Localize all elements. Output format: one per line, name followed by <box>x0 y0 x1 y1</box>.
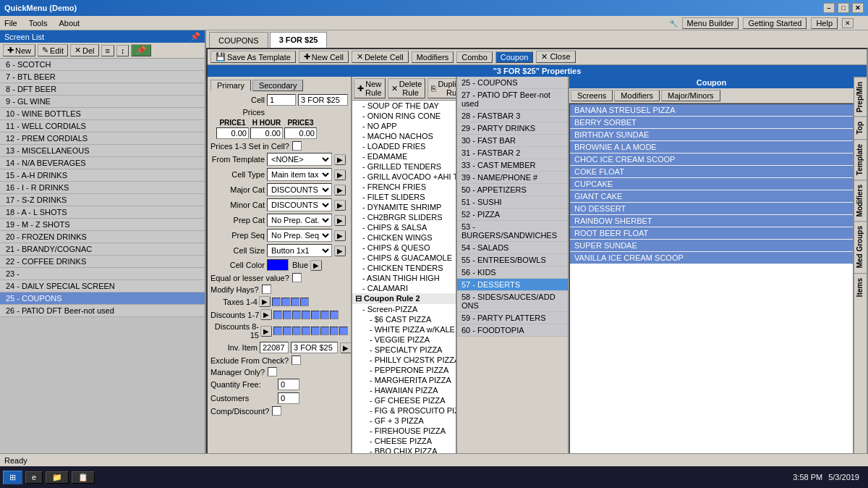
tree-item[interactable]: - FIG & PROSCUITO PIZZA <box>352 405 456 416</box>
coupon-item[interactable]: CHOC ICE CREAM SCOOP <box>570 153 853 166</box>
minimize-button[interactable]: – <box>823 3 835 13</box>
new-rule-button[interactable]: ✚ New Rule <box>354 78 386 98</box>
prep-seq-go-button[interactable]: ▶ <box>334 230 346 241</box>
tab-primary[interactable]: Primary <box>210 80 251 91</box>
category-item[interactable]: 39 - NAME/PHONE # <box>457 172 568 184</box>
coupon-button[interactable]: Coupon <box>495 51 534 63</box>
sidebar-item[interactable]: 15 - A-H DRINKS <box>0 169 205 182</box>
category-item[interactable]: 27 - PATIO DFT Beer-not used <box>457 89 568 110</box>
disc815-check-8[interactable] <box>339 327 348 335</box>
hhour-input[interactable] <box>250 127 283 139</box>
inv-item-go-button[interactable]: ▶ <box>340 342 352 353</box>
price1-input[interactable] <box>216 127 249 139</box>
cell-size-select[interactable]: Button 1x1 <box>267 244 332 257</box>
sidebar-item[interactable]: 23 - <box>0 268 205 280</box>
side-tab-top[interactable]: Top <box>854 117 867 139</box>
coupon-item[interactable]: BANANA STREUSEL PIZZA <box>570 104 853 117</box>
menu-about[interactable]: About <box>59 19 80 28</box>
cell-color-go-button[interactable]: ▶ <box>310 260 322 271</box>
tree-item[interactable]: - CHIPS & GUACAMOLE <box>352 253 456 263</box>
tree-item[interactable]: - SOUP OF THE DAY <box>352 101 456 111</box>
tax-check-2[interactable] <box>281 298 290 306</box>
tax-check-4[interactable] <box>300 298 309 306</box>
exclude-check-checkbox[interactable] <box>292 356 301 365</box>
disc17-check-6[interactable] <box>320 311 329 319</box>
coupon-item[interactable]: BERRY SORBET <box>570 117 853 129</box>
tree-group-header[interactable]: ⊟ Coupon Rule 2 <box>352 293 456 304</box>
coupon-item[interactable]: SUPER SUNDAE <box>570 240 853 252</box>
tree-item[interactable]: - MARGHERITA PIZZA <box>352 375 456 385</box>
tree-item[interactable]: - PEPPERONE PIZZA <box>352 365 456 375</box>
category-item[interactable]: 56 - KIDS <box>457 266 568 279</box>
disc17-check-1[interactable] <box>273 311 282 319</box>
tree-item[interactable]: - ONION RING CONE <box>352 111 456 121</box>
category-item[interactable]: 55 - ENTREES/BOWLS <box>457 254 568 266</box>
from-template-select[interactable]: <NONE> <box>267 153 332 166</box>
sidebar-item[interactable]: 11 - WELL CORDIALS <box>0 120 205 132</box>
menu-builder-button[interactable]: Menu Builder <box>682 17 739 29</box>
coupon-item[interactable]: BROWNIE A LA MODE <box>570 141 853 153</box>
disc815-check-2[interactable] <box>283 327 292 335</box>
disc815-check-3[interactable] <box>292 327 301 335</box>
tree-item[interactable]: - CHIPS & SALSA <box>352 222 456 232</box>
tree-item[interactable]: - VEGGIE PIZZA <box>352 335 456 345</box>
duplicate-rule-button[interactable]: ⎘ Duplicate Rule <box>427 78 457 98</box>
list-view-button[interactable]: ≡ <box>101 45 114 56</box>
customers-input[interactable] <box>278 392 299 404</box>
tree-item[interactable]: - MACHO NACHOS <box>352 131 456 141</box>
menu-file[interactable]: File <box>4 19 17 28</box>
sidebar-item[interactable]: 16 - I - R DRINKS <box>0 182 205 194</box>
coupon-item[interactable]: RAINBOW SHERBET <box>570 215 853 227</box>
sidebar-item[interactable]: 9 - GL WINE <box>0 96 205 108</box>
side-tab-modifiers[interactable]: Modifiers <box>854 180 867 221</box>
discounts815-go-button[interactable]: ▶ <box>260 326 272 337</box>
disc815-check-4[interactable] <box>302 327 310 335</box>
modify-hays-checkbox[interactable] <box>262 285 271 294</box>
discounts17-go-button[interactable]: ▶ <box>260 309 272 320</box>
minor-cat-select[interactable]: DISCOUNTS <box>267 198 332 211</box>
sidebar-item[interactable]: 24 - DAILY SPECIAL SCREEN <box>0 280 205 293</box>
add-pin-button[interactable]: 📌 <box>131 44 151 56</box>
tree-item[interactable]: - WHITE PIZZA w/KALE <box>352 324 456 335</box>
tree-item[interactable]: - SPECIALTY PIZZA <box>352 345 456 355</box>
close-button[interactable]: ✕ <box>852 3 864 13</box>
modifiers-button[interactable]: Modifiers <box>412 51 454 63</box>
prep-cat-go-button[interactable]: ▶ <box>334 215 346 226</box>
taskbar-item-ie[interactable]: e <box>25 471 43 484</box>
major-cat-select[interactable]: DISCOUNTS <box>267 183 332 196</box>
delete-rule-button[interactable]: ✕ Delete Rule <box>388 78 426 98</box>
tab-3for25[interactable]: 3 FOR $25 <box>270 32 328 48</box>
disc815-check-5[interactable] <box>311 327 320 335</box>
category-item[interactable]: 29 - PARTY DRINKS <box>457 122 568 135</box>
new-screen-button[interactable]: ✚ New <box>3 44 35 56</box>
category-item[interactable]: 28 - FASTBAR 3 <box>457 110 568 122</box>
category-item[interactable]: 31 - FASTBAR 2 <box>457 147 568 159</box>
color-box[interactable] <box>267 259 289 271</box>
disc17-check-5[interactable] <box>311 311 320 319</box>
sidebar-item[interactable]: 8 - DFT BEER <box>0 83 205 96</box>
coupon-item[interactable]: BIRTHDAY SUNDAE <box>570 129 853 141</box>
tree-item[interactable]: - GRILLED TENDERS <box>352 161 456 172</box>
disc815-check-1[interactable] <box>273 327 282 335</box>
del-screen-button[interactable]: ✕ Del <box>70 44 99 56</box>
category-item[interactable]: 51 - SUSHI <box>457 196 568 209</box>
coupon-item[interactable]: GIANT CAKE <box>570 190 853 203</box>
coupon-item[interactable]: ROOT BEER FLOAT <box>570 227 853 240</box>
cell-size-go-button[interactable]: ▶ <box>334 245 346 256</box>
coupon-item[interactable]: VANILLA ICE CREAM SCOOP <box>570 252 853 264</box>
tree-item[interactable]: - FIREHOUSE PIZZA <box>352 426 456 436</box>
sidebar-item[interactable]: 17 - S-Z DRINKS <box>0 194 205 206</box>
category-item[interactable]: 25 - COUPONS <box>457 77 568 89</box>
coupon-tab-modifiers[interactable]: Modifiers <box>614 90 660 101</box>
tab-secondary[interactable]: Secondary <box>252 80 304 91</box>
disc17-check-7[interactable] <box>330 311 339 319</box>
inv-item-num-input[interactable] <box>260 342 289 353</box>
qty-free-input[interactable] <box>278 379 299 390</box>
sidebar-item[interactable]: 26 - PATIO DFT Beer-not used <box>0 305 205 317</box>
sidebar-item[interactable]: 19 - M - Z SHOTS <box>0 219 205 231</box>
sidebar-item[interactable]: 6 - SCOTCH <box>0 59 205 71</box>
category-item[interactable]: 58 - SIDES/SAUCES/ADD ONS <box>457 291 568 312</box>
category-item[interactable]: 60 - FOODTOPIA <box>457 324 568 337</box>
tab-coupons[interactable]: COUPONS <box>209 32 268 48</box>
taskbar-item-files[interactable]: 📁 <box>46 471 69 484</box>
